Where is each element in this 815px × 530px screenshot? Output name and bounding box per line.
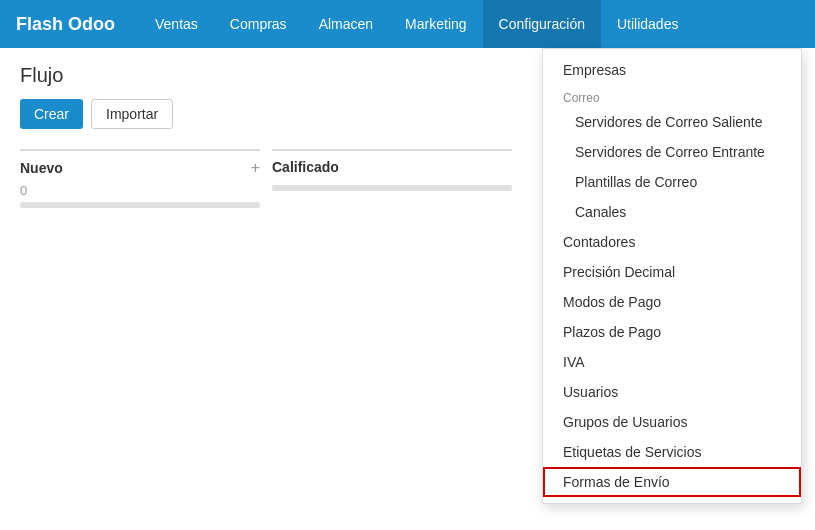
- import-button[interactable]: Importar: [91, 99, 173, 129]
- menu-plantillas-correo[interactable]: Plantillas de Correo: [543, 167, 801, 197]
- kanban-column-nuevo: Nuevo + 0: [20, 149, 260, 208]
- kanban-column-nuevo-count: 0: [20, 183, 260, 198]
- kanban-column-calificado-header: Calificado: [272, 151, 512, 181]
- brand: Flash Odoo: [16, 14, 115, 35]
- kanban-column-nuevo-bar: [20, 202, 260, 208]
- kanban-column-calificado: Calificado: [272, 149, 512, 208]
- nav-utilidades[interactable]: Utilidades: [601, 0, 694, 48]
- menu-plazos-pago[interactable]: Plazos de Pago: [543, 317, 801, 347]
- menu-section-correo: Correo: [543, 85, 801, 107]
- menu-contadores[interactable]: Contadores: [543, 227, 801, 257]
- kanban-column-nuevo-add[interactable]: +: [251, 159, 260, 177]
- nav-configuracion[interactable]: Configuración: [483, 0, 601, 48]
- kanban-column-nuevo-header: Nuevo +: [20, 151, 260, 183]
- menu-canales[interactable]: Canales: [543, 197, 801, 227]
- menu-usuarios[interactable]: Usuarios: [543, 377, 801, 407]
- create-button[interactable]: Crear: [20, 99, 83, 129]
- nav-ventas[interactable]: Ventas: [139, 0, 214, 48]
- menu-iva[interactable]: IVA: [543, 347, 801, 377]
- nav-compras[interactable]: Compras: [214, 0, 303, 48]
- menu-empresas[interactable]: Empresas: [543, 55, 801, 85]
- nav-almacen[interactable]: Almacen: [303, 0, 389, 48]
- menu-modos-pago[interactable]: Modos de Pago: [543, 287, 801, 317]
- kanban-column-nuevo-title: Nuevo: [20, 160, 63, 176]
- nav-items: Ventas Compras Almacen Marketing Configu…: [139, 0, 799, 48]
- nav-marketing[interactable]: Marketing: [389, 0, 482, 48]
- menu-etiquetas-servicios[interactable]: Etiquetas de Servicios: [543, 437, 801, 467]
- menu-formas-envio[interactable]: Formas de Envío: [543, 467, 801, 497]
- kanban-column-calificado-title: Calificado: [272, 159, 339, 175]
- navbar: Flash Odoo Ventas Compras Almacen Market…: [0, 0, 815, 48]
- menu-correo-entrante[interactable]: Servidores de Correo Entrante: [543, 137, 801, 167]
- kanban-column-calificado-bar: [272, 185, 512, 191]
- menu-precision-decimal[interactable]: Precisión Decimal: [543, 257, 801, 287]
- menu-correo-saliente[interactable]: Servidores de Correo Saliente: [543, 107, 801, 137]
- dropdown-menu: Empresas Correo Servidores de Correo Sal…: [542, 48, 802, 504]
- menu-grupos-usuarios[interactable]: Grupos de Usuarios: [543, 407, 801, 437]
